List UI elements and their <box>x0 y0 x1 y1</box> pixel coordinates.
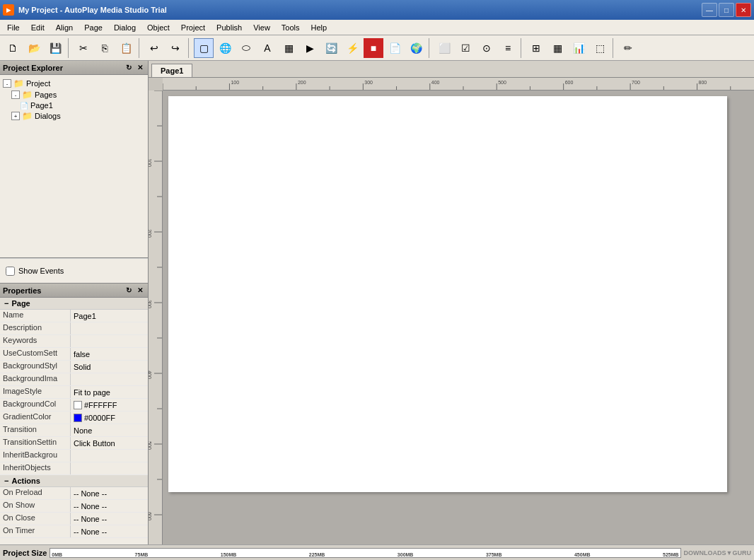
menu-help[interactable]: Help <box>306 22 333 33</box>
object-btn4[interactable]: ▶ <box>300 38 320 58</box>
object-btn12[interactable]: ⊙ <box>477 38 497 58</box>
object-btn18[interactable]: ✏ <box>618 38 638 58</box>
page-icon: 📄 <box>20 102 28 110</box>
menu-publish[interactable]: Publish <box>211 22 248 33</box>
object-btn9[interactable]: 🌍 <box>406 38 426 58</box>
props-key: Transition <box>0 424 71 436</box>
tree-item-dialogs[interactable]: + 📁 Dialogs <box>0 110 148 122</box>
minimize-button[interactable]: — <box>702 3 717 17</box>
explorer-refresh-icon[interactable]: ↻ <box>124 63 134 73</box>
size-mark-4: 300MB <box>398 552 414 557</box>
tree-item-pages[interactable]: - 📁 Pages <box>0 89 148 100</box>
action-value: -- None -- <box>71 487 148 499</box>
dialogs-folder-icon: 📁 <box>22 111 33 121</box>
open-button[interactable]: 📂 <box>24 38 44 58</box>
window-title: My Project - AutoPlay Media Studio Trial <box>18 6 167 14</box>
object-btn14[interactable]: ⊞ <box>526 38 546 58</box>
save-button[interactable]: 💾 <box>45 38 65 58</box>
object-btn3[interactable]: ▦ <box>279 38 298 58</box>
color-swatch[interactable] <box>74 401 82 409</box>
object-btn16[interactable]: 📊 <box>569 38 588 58</box>
canvas-surface[interactable] <box>163 91 754 544</box>
props-value: Solid <box>71 361 148 373</box>
tab-page1[interactable]: Page1 <box>151 64 192 77</box>
object-btn8[interactable]: 📄 <box>385 38 405 58</box>
menu-tools[interactable]: Tools <box>276 22 306 33</box>
object-btn1[interactable]: ⬭ <box>236 38 256 58</box>
ruler-top: 100200300400500600700800900 <box>163 78 754 91</box>
object-btn10[interactable]: ⬜ <box>434 38 454 58</box>
props-close-icon[interactable]: ✕ <box>135 286 145 296</box>
size-mark-0: 0MB <box>52 552 62 557</box>
redo-button[interactable]: ↪ <box>166 38 185 58</box>
object-btn2[interactable]: A <box>257 38 277 58</box>
tree-label-pages: Pages <box>35 91 57 99</box>
object-btn11[interactable]: ☑ <box>456 38 475 58</box>
tab-bar: Page1 <box>149 61 754 78</box>
color-swatch[interactable] <box>74 414 82 422</box>
undo-button[interactable]: ↩ <box>144 38 164 58</box>
toolbar-separator-4 <box>429 38 431 58</box>
menu-page[interactable]: Page <box>79 22 108 33</box>
menu-align[interactable]: Align <box>50 22 79 33</box>
action-value: -- None -- <box>71 525 148 537</box>
show-events-checkbox[interactable] <box>6 267 15 276</box>
object-btn13[interactable]: ≡ <box>498 38 518 58</box>
menu-project[interactable]: Project <box>175 22 211 33</box>
tree-item-page1[interactable]: 📄 Page1 <box>0 100 148 110</box>
explorer-close-icon[interactable]: ✕ <box>135 63 145 73</box>
watermark: DOWNLOADS▼GURU <box>684 549 751 556</box>
object-btn5[interactable]: 🔄 <box>321 38 341 58</box>
menu-dialog[interactable]: Dialog <box>108 22 141 33</box>
maximize-button[interactable]: □ <box>719 3 734 17</box>
object-btn6[interactable]: ⚡ <box>342 38 362 58</box>
action-row: On Show-- None -- <box>0 500 148 513</box>
new-button[interactable]: 🗋 <box>3 38 23 58</box>
menu-view[interactable]: View <box>248 22 276 33</box>
props-section-actions: − Actions <box>0 475 148 487</box>
cut-button[interactable]: ✂ <box>74 38 93 58</box>
tree-item-project[interactable]: - 📁 Project <box>0 78 148 89</box>
expand-dialogs[interactable]: + <box>11 112 20 120</box>
expand-project[interactable]: - <box>3 79 11 88</box>
props-key: GradientColor <box>0 412 71 424</box>
props-rows: NamePage1DescriptionKeywordsUseCustomSet… <box>0 310 148 475</box>
props-row: TransitionSettinClick Button <box>0 437 148 450</box>
props-value <box>71 335 148 347</box>
menu-bar: File Edit Align Page Dialog Object Proje… <box>0 20 754 35</box>
props-key: BackgroundIma <box>0 373 71 385</box>
props-refresh-icon[interactable]: ↻ <box>124 286 134 296</box>
object-btn17[interactable]: ⬚ <box>590 38 610 58</box>
title-left: ▶ My Project - AutoPlay Media Studio Tri… <box>3 4 167 16</box>
svg-text:700: 700 <box>632 80 640 85</box>
props-value: #FFFFFF <box>71 399 148 411</box>
show-events-label[interactable]: Show Events <box>18 267 64 275</box>
tree-view: - 📁 Project - 📁 Pages 📄 Page1 + <box>0 75 148 124</box>
object-btn7[interactable]: ■ <box>364 38 383 58</box>
properties-header: Properties ↻ ✕ <box>0 284 148 298</box>
size-mark-7: 525MB <box>663 552 679 557</box>
props-value-text: false <box>74 350 90 358</box>
select-button[interactable]: ▢ <box>194 38 214 58</box>
preview-button[interactable]: 🌐 <box>215 38 235 58</box>
toolbar-separator-5 <box>521 38 523 58</box>
paste-button[interactable]: 📋 <box>116 38 136 58</box>
props-value-text: Fit to page <box>74 388 110 397</box>
menu-edit[interactable]: Edit <box>25 22 50 33</box>
action-key: On Close <box>0 513 71 525</box>
props-value: Fit to page <box>71 386 148 398</box>
props-value: #0000FF <box>71 412 148 424</box>
menu-file[interactable]: File <box>1 22 25 33</box>
menu-object[interactable]: Object <box>141 22 175 33</box>
props-key: ImageStyle <box>0 386 71 398</box>
svg-text:600: 600 <box>149 512 152 520</box>
copy-button[interactable]: ⎘ <box>95 38 115 58</box>
ruler-left: 100200300400500600 <box>149 91 163 544</box>
svg-text:400: 400 <box>149 371 152 379</box>
object-btn15[interactable]: ▦ <box>547 38 567 58</box>
expand-pages[interactable]: - <box>11 91 20 99</box>
pages-folder-icon: 📁 <box>22 90 33 100</box>
close-button[interactable]: ✕ <box>736 3 751 17</box>
main-container: Project Explorer ↻ ✕ - 📁 Project - 📁 Pag… <box>0 61 754 544</box>
svg-text:300: 300 <box>364 80 373 85</box>
